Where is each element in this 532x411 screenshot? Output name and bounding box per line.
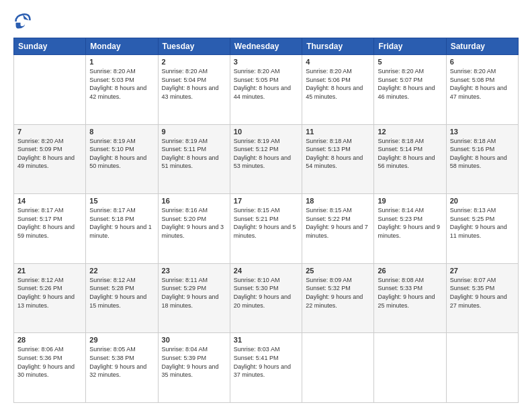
- calendar-cell: 6Sunrise: 8:20 AMSunset: 5:08 PMDaylight…: [446, 55, 518, 125]
- cell-text: Sunrise: 8:17 AMSunset: 5:18 PMDaylight:…: [89, 206, 154, 240]
- day-number: 21: [17, 267, 82, 275]
- day-number: 22: [89, 267, 154, 275]
- calendar-cell: 1Sunrise: 8:20 AMSunset: 5:03 PMDaylight…: [86, 55, 158, 125]
- day-number: 2: [162, 58, 226, 66]
- cell-text: Sunrise: 8:20 AMSunset: 5:04 PMDaylight:…: [162, 67, 226, 101]
- day-number: 26: [378, 267, 442, 275]
- header: [13, 12, 519, 31]
- calendar-cell: 27Sunrise: 8:07 AMSunset: 5:35 PMDayligh…: [446, 263, 518, 333]
- day-number: 1: [89, 58, 154, 66]
- cell-text: Sunrise: 8:05 AMSunset: 5:38 PMDaylight:…: [89, 345, 154, 379]
- day-number: 9: [162, 128, 226, 136]
- day-number: 27: [450, 267, 515, 275]
- calendar-cell: 4Sunrise: 8:20 AMSunset: 5:06 PMDaylight…: [302, 55, 374, 125]
- calendar-week-row: 28Sunrise: 8:06 AMSunset: 5:36 PMDayligh…: [14, 333, 519, 403]
- calendar-cell: 16Sunrise: 8:16 AMSunset: 5:20 PMDayligh…: [158, 194, 230, 264]
- cell-text: Sunrise: 8:20 AMSunset: 5:06 PMDaylight:…: [306, 67, 370, 101]
- calendar-cell: 17Sunrise: 8:15 AMSunset: 5:21 PMDayligh…: [230, 194, 302, 264]
- calendar-header-friday: Friday: [374, 38, 446, 55]
- cell-text: Sunrise: 8:04 AMSunset: 5:39 PMDaylight:…: [162, 345, 226, 379]
- calendar-week-row: 7Sunrise: 8:20 AMSunset: 5:09 PMDaylight…: [14, 124, 519, 194]
- cell-text: Sunrise: 8:17 AMSunset: 5:17 PMDaylight:…: [17, 206, 82, 240]
- calendar-cell: 5Sunrise: 8:20 AMSunset: 5:07 PMDaylight…: [374, 55, 446, 125]
- day-number: 12: [378, 128, 442, 136]
- calendar-cell: 10Sunrise: 8:19 AMSunset: 5:12 PMDayligh…: [230, 124, 302, 194]
- day-number: 30: [162, 336, 226, 344]
- calendar-cell: 25Sunrise: 8:09 AMSunset: 5:32 PMDayligh…: [302, 263, 374, 333]
- calendar-cell: 13Sunrise: 8:18 AMSunset: 5:16 PMDayligh…: [446, 124, 518, 194]
- calendar-cell: 23Sunrise: 8:11 AMSunset: 5:29 PMDayligh…: [158, 263, 230, 333]
- calendar-header-monday: Monday: [86, 38, 158, 55]
- cell-text: Sunrise: 8:20 AMSunset: 5:05 PMDaylight:…: [234, 67, 298, 101]
- cell-text: Sunrise: 8:18 AMSunset: 5:14 PMDaylight:…: [378, 137, 442, 171]
- calendar-cell: 31Sunrise: 8:03 AMSunset: 5:41 PMDayligh…: [230, 333, 302, 403]
- calendar-header-wednesday: Wednesday: [230, 38, 302, 55]
- day-number: 6: [450, 58, 515, 66]
- calendar-cell: [374, 333, 446, 403]
- cell-text: Sunrise: 8:18 AMSunset: 5:13 PMDaylight:…: [306, 137, 370, 171]
- calendar-cell: 12Sunrise: 8:18 AMSunset: 5:14 PMDayligh…: [374, 124, 446, 194]
- calendar-cell: 18Sunrise: 8:15 AMSunset: 5:22 PMDayligh…: [302, 194, 374, 264]
- day-number: 15: [89, 197, 154, 205]
- cell-text: Sunrise: 8:07 AMSunset: 5:35 PMDaylight:…: [450, 276, 515, 310]
- cell-text: Sunrise: 8:08 AMSunset: 5:33 PMDaylight:…: [378, 276, 442, 310]
- cell-text: Sunrise: 8:20 AMSunset: 5:07 PMDaylight:…: [378, 67, 442, 101]
- calendar-header-thursday: Thursday: [302, 38, 374, 55]
- calendar-header-row: SundayMondayTuesdayWednesdayThursdayFrid…: [14, 38, 519, 55]
- logo-icon: [13, 12, 32, 31]
- day-number: 14: [17, 197, 82, 205]
- cell-text: Sunrise: 8:19 AMSunset: 5:12 PMDaylight:…: [234, 137, 298, 171]
- day-number: 13: [450, 128, 515, 136]
- calendar-cell: 15Sunrise: 8:17 AMSunset: 5:18 PMDayligh…: [86, 194, 158, 264]
- calendar-cell: 7Sunrise: 8:20 AMSunset: 5:09 PMDaylight…: [14, 124, 86, 194]
- cell-text: Sunrise: 8:09 AMSunset: 5:32 PMDaylight:…: [306, 276, 370, 310]
- cell-text: Sunrise: 8:20 AMSunset: 5:09 PMDaylight:…: [17, 137, 82, 171]
- calendar-cell: [446, 333, 518, 403]
- cell-text: Sunrise: 8:20 AMSunset: 5:03 PMDaylight:…: [89, 67, 154, 101]
- calendar-header-tuesday: Tuesday: [158, 38, 230, 55]
- cell-text: Sunrise: 8:12 AMSunset: 5:26 PMDaylight:…: [17, 276, 82, 310]
- calendar-cell: [302, 333, 374, 403]
- day-number: 3: [234, 58, 298, 66]
- day-number: 17: [234, 197, 298, 205]
- day-number: 10: [234, 128, 298, 136]
- day-number: 29: [89, 336, 154, 344]
- calendar-cell: 24Sunrise: 8:10 AMSunset: 5:30 PMDayligh…: [230, 263, 302, 333]
- cell-text: Sunrise: 8:12 AMSunset: 5:28 PMDaylight:…: [89, 276, 154, 310]
- cell-text: Sunrise: 8:10 AMSunset: 5:30 PMDaylight:…: [234, 276, 298, 310]
- day-number: 11: [306, 128, 370, 136]
- day-number: 23: [162, 267, 226, 275]
- calendar-cell: 30Sunrise: 8:04 AMSunset: 5:39 PMDayligh…: [158, 333, 230, 403]
- cell-text: Sunrise: 8:15 AMSunset: 5:21 PMDaylight:…: [234, 206, 298, 240]
- calendar-week-row: 14Sunrise: 8:17 AMSunset: 5:17 PMDayligh…: [14, 194, 519, 264]
- calendar-cell: 26Sunrise: 8:08 AMSunset: 5:33 PMDayligh…: [374, 263, 446, 333]
- calendar-cell: 22Sunrise: 8:12 AMSunset: 5:28 PMDayligh…: [86, 263, 158, 333]
- calendar-header-sunday: Sunday: [14, 38, 86, 55]
- calendar-week-row: 1Sunrise: 8:20 AMSunset: 5:03 PMDaylight…: [14, 55, 519, 125]
- day-number: 8: [89, 128, 154, 136]
- calendar-cell: 14Sunrise: 8:17 AMSunset: 5:17 PMDayligh…: [14, 194, 86, 264]
- calendar-cell: 8Sunrise: 8:19 AMSunset: 5:10 PMDaylight…: [86, 124, 158, 194]
- day-number: 19: [378, 197, 442, 205]
- logo: [13, 12, 35, 31]
- calendar-week-row: 21Sunrise: 8:12 AMSunset: 5:26 PMDayligh…: [14, 263, 519, 333]
- cell-text: Sunrise: 8:19 AMSunset: 5:11 PMDaylight:…: [162, 137, 226, 171]
- day-number: 16: [162, 197, 226, 205]
- cell-text: Sunrise: 8:11 AMSunset: 5:29 PMDaylight:…: [162, 276, 226, 310]
- calendar-cell: 29Sunrise: 8:05 AMSunset: 5:38 PMDayligh…: [86, 333, 158, 403]
- calendar-cell: 3Sunrise: 8:20 AMSunset: 5:05 PMDaylight…: [230, 55, 302, 125]
- cell-text: Sunrise: 8:14 AMSunset: 5:23 PMDaylight:…: [378, 206, 442, 240]
- day-number: 31: [234, 336, 298, 344]
- day-number: 4: [306, 58, 370, 66]
- calendar-cell: 21Sunrise: 8:12 AMSunset: 5:26 PMDayligh…: [14, 263, 86, 333]
- cell-text: Sunrise: 8:19 AMSunset: 5:10 PMDaylight:…: [89, 137, 154, 171]
- calendar-cell: 20Sunrise: 8:13 AMSunset: 5:25 PMDayligh…: [446, 194, 518, 264]
- day-number: 5: [378, 58, 442, 66]
- day-number: 25: [306, 267, 370, 275]
- cell-text: Sunrise: 8:20 AMSunset: 5:08 PMDaylight:…: [450, 67, 515, 101]
- calendar-cell: 2Sunrise: 8:20 AMSunset: 5:04 PMDaylight…: [158, 55, 230, 125]
- day-number: 28: [17, 336, 82, 344]
- calendar-cell: 9Sunrise: 8:19 AMSunset: 5:11 PMDaylight…: [158, 124, 230, 194]
- cell-text: Sunrise: 8:03 AMSunset: 5:41 PMDaylight:…: [234, 345, 298, 379]
- cell-text: Sunrise: 8:16 AMSunset: 5:20 PMDaylight:…: [162, 206, 226, 240]
